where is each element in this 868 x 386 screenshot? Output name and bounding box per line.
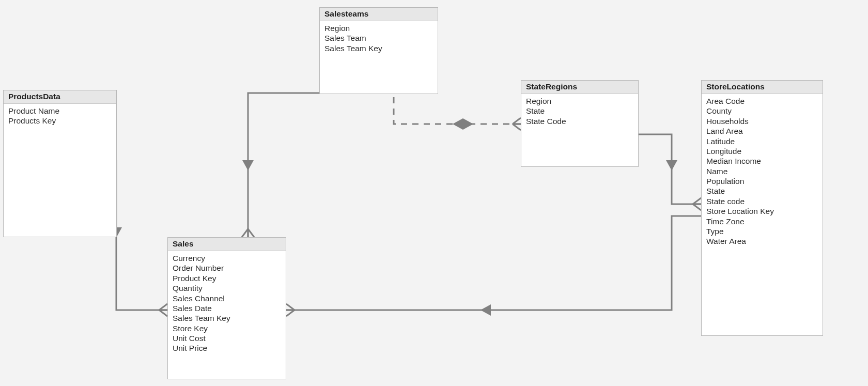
entity-body: Currency Order Number Product Key Quanti… — [168, 251, 286, 357]
entity-body: Region State State Code — [521, 94, 638, 129]
field-row: Time Zone — [706, 217, 818, 226]
entity-salesteams[interactable]: Salesteams Region Sales Team Sales Team … — [319, 7, 438, 94]
field-row: Latitude — [706, 136, 818, 146]
field-row: State Code — [526, 116, 633, 126]
entity-body: Area Code County Households Land Area La… — [702, 94, 823, 250]
relationship-storelocations-sales — [286, 216, 701, 316]
svg-marker-3 — [463, 118, 473, 130]
entity-storelocations[interactable]: StoreLocations Area Code County Househol… — [701, 80, 823, 336]
entity-header: Sales — [168, 238, 286, 251]
field-row: Sales Team Key — [324, 43, 433, 53]
field-row: Product Name — [8, 106, 112, 116]
field-row: Median Income — [706, 156, 818, 166]
entity-body: Region Sales Team Sales Team Key — [320, 21, 438, 56]
entity-body: Product Name Products Key — [4, 104, 116, 129]
field-row: Sales Team Key — [173, 313, 281, 323]
field-row: Region — [324, 23, 433, 33]
field-row: Quantity — [173, 283, 281, 293]
field-row: Area Code — [706, 96, 818, 106]
field-row: Name — [706, 166, 818, 176]
field-row: Sales Channel — [173, 294, 281, 303]
relationship-salesteams-sales — [242, 93, 319, 237]
field-row: Order Number — [173, 263, 281, 273]
field-row: Households — [706, 116, 818, 126]
entity-sales[interactable]: Sales Currency Order Number Product Key … — [167, 237, 286, 379]
field-row: Currency — [173, 253, 281, 263]
field-row: Store Location Key — [706, 206, 818, 216]
svg-marker-2 — [453, 118, 463, 130]
svg-marker-5 — [481, 304, 491, 316]
entity-stateregions[interactable]: StateRegions Region State State Code — [521, 80, 639, 167]
entity-header: StoreLocations — [702, 81, 823, 94]
field-row: Unit Price — [173, 343, 281, 353]
field-row: Store Key — [173, 323, 281, 333]
field-row: Products Key — [8, 116, 112, 126]
diagram-canvas: ProductsData Product Name Products Key S… — [0, 0, 868, 386]
field-row: Water Area — [706, 236, 818, 246]
field-row: State code — [706, 196, 818, 206]
entity-header: ProductsData — [4, 90, 116, 104]
field-row: State — [526, 106, 633, 116]
field-row: Land Area — [706, 126, 818, 136]
relationship-productsdata-sales — [111, 160, 167, 316]
field-row: Longitude — [706, 146, 818, 156]
field-row: State — [706, 186, 818, 196]
relationship-stateregions-storelocations — [639, 134, 701, 210]
field-row: County — [706, 106, 818, 116]
field-row: Sales Date — [173, 303, 281, 313]
field-row: Sales Team — [324, 33, 433, 43]
field-row: Population — [706, 176, 818, 186]
svg-marker-4 — [666, 160, 677, 171]
entity-header: StateRegions — [521, 81, 638, 94]
field-row: Product Key — [173, 273, 281, 283]
svg-marker-1 — [242, 160, 254, 171]
field-row: Region — [526, 96, 633, 106]
entity-productsdata[interactable]: ProductsData Product Name Products Key — [3, 90, 117, 237]
entity-header: Salesteams — [320, 8, 438, 21]
field-row: Unit Cost — [173, 333, 281, 343]
field-row: Type — [706, 226, 818, 236]
